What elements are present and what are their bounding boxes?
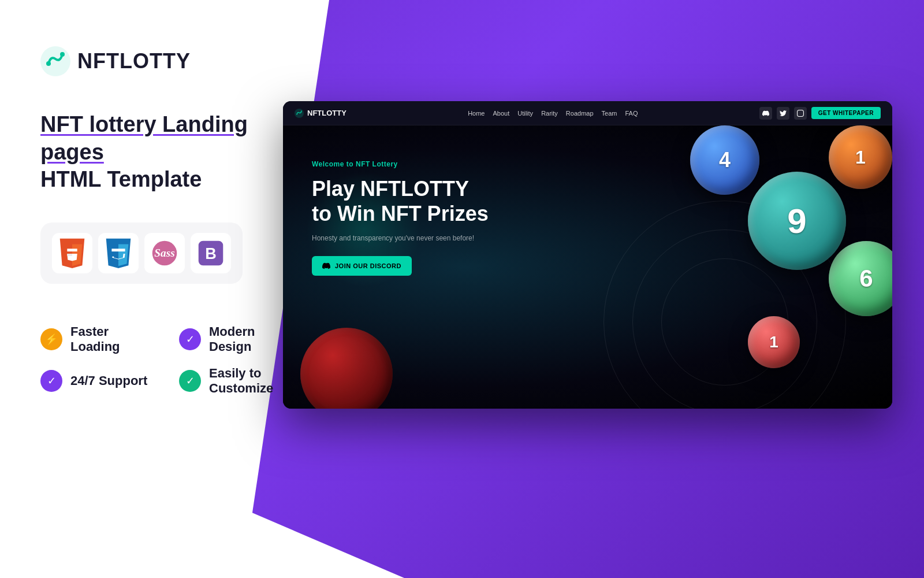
title-line1: NFT lottery Landing pages bbox=[40, 111, 295, 166]
logo-nft: NFT bbox=[77, 49, 120, 73]
feature-customize: ✓ Easily to Customize bbox=[179, 366, 295, 396]
preview-logo-icon bbox=[295, 109, 304, 118]
nav-about[interactable]: About bbox=[493, 110, 509, 117]
nav-rarity[interactable]: Rarity bbox=[541, 110, 558, 117]
logo: NFTLOTTY bbox=[40, 46, 295, 76]
preview-nav-links: Home About Utility Rarity Roadmap Team F… bbox=[468, 110, 638, 117]
svg-text:Sass: Sass bbox=[154, 246, 174, 258]
instagram-icon bbox=[794, 107, 807, 120]
svg-point-0 bbox=[40, 46, 70, 76]
hero-content: Welcome to NFT Lottery Play NFTLOTTY to … bbox=[312, 160, 489, 276]
support-label: 24/7 Support bbox=[70, 373, 147, 388]
modern-design-icon: ✓ bbox=[179, 328, 201, 350]
badge-html5 bbox=[52, 233, 92, 273]
ball-orange-1: 1 bbox=[829, 125, 892, 189]
browser-window: NFTLOTTY Home About Utility Rarity Roadm… bbox=[283, 101, 892, 409]
discord-btn-label: JOIN OUR DISCORD bbox=[335, 262, 401, 269]
svg-rect-12 bbox=[111, 249, 125, 251]
preview-navbar: NFTLOTTY Home About Utility Rarity Roadm… bbox=[283, 101, 892, 125]
discord-cta-button[interactable]: JOIN OUR DISCORD bbox=[312, 256, 412, 276]
ball-green-6: 6 bbox=[829, 241, 892, 316]
twitter-icon bbox=[777, 107, 789, 120]
faster-loading-icon: ⚡ bbox=[40, 328, 62, 350]
left-panel: NFTLOTTY NFT lottery Landing pages HTML … bbox=[0, 0, 329, 431]
balls-container: 9 4 1 6 1 bbox=[627, 125, 892, 409]
support-icon: ✓ bbox=[40, 370, 62, 392]
svg-point-20 bbox=[295, 109, 304, 118]
main-title: NFT lottery Landing pages HTML Template bbox=[40, 111, 295, 194]
ball-red-1: 1 bbox=[748, 316, 800, 368]
nav-faq[interactable]: FAQ bbox=[625, 110, 638, 117]
customize-icon: ✓ bbox=[179, 370, 201, 392]
nav-utility[interactable]: Utility bbox=[517, 110, 533, 117]
logo-lotty: LOTTY bbox=[120, 49, 191, 73]
hero-description: Honesty and transparency you've never se… bbox=[312, 234, 489, 242]
feature-faster-loading: ⚡ Faster Loading bbox=[40, 324, 156, 354]
logo-text: NFTLOTTY bbox=[77, 49, 191, 73]
svg-rect-8 bbox=[67, 253, 72, 255]
preview-hero: Welcome to NFT Lottery Play NFTLOTTY to … bbox=[283, 125, 892, 409]
customize-label: Easily to Customize bbox=[209, 366, 295, 396]
logo-icon bbox=[40, 46, 70, 76]
preview-nav-social: GET WHITEPAPER bbox=[759, 107, 881, 120]
svg-text:B: B bbox=[205, 244, 217, 262]
badge-bootstrap: B bbox=[191, 233, 231, 273]
faster-loading-label: Faster Loading bbox=[70, 324, 156, 354]
preview-container: NFTLOTTY Home About Utility Rarity Roadm… bbox=[283, 101, 892, 409]
nav-roadmap[interactable]: Roadmap bbox=[566, 110, 594, 117]
tech-badges: Sass B bbox=[40, 223, 243, 284]
discord-icon bbox=[759, 107, 772, 120]
title-line2: HTML Template bbox=[40, 166, 295, 194]
preview-logo-text: NFTLOTTY bbox=[307, 109, 346, 117]
discord-btn-icon bbox=[322, 262, 330, 270]
badge-css3 bbox=[98, 233, 139, 273]
svg-rect-6 bbox=[67, 249, 77, 251]
ball-blue-4: 4 bbox=[690, 125, 759, 195]
ball-dark-left bbox=[300, 328, 393, 409]
nav-team[interactable]: Team bbox=[602, 110, 617, 117]
preview-logo: NFTLOTTY bbox=[295, 109, 346, 118]
hero-subtitle: Welcome to NFT Lottery bbox=[312, 160, 489, 168]
ball-teal-9: 9 bbox=[748, 172, 846, 270]
modern-design-label: Modern Design bbox=[209, 324, 295, 354]
hero-title: Play NFTLOTTY to Win NFT Prizes bbox=[312, 176, 489, 226]
feature-support: ✓ 24/7 Support bbox=[40, 366, 156, 396]
feature-modern-design: ✓ Modern Design bbox=[179, 324, 295, 354]
hero-title-line1: Play NFTLOTTY bbox=[312, 176, 489, 201]
badge-sass: Sass bbox=[144, 233, 185, 273]
nav-home[interactable]: Home bbox=[468, 110, 485, 117]
svg-point-2 bbox=[60, 52, 65, 57]
hero-title-line2: to Win NFT Prizes bbox=[312, 201, 489, 226]
whitepaper-button[interactable]: GET WHITEPAPER bbox=[811, 107, 881, 119]
svg-point-1 bbox=[46, 61, 51, 66]
features-grid: ⚡ Faster Loading ✓ Modern Design ✓ 24/7 … bbox=[40, 324, 295, 396]
